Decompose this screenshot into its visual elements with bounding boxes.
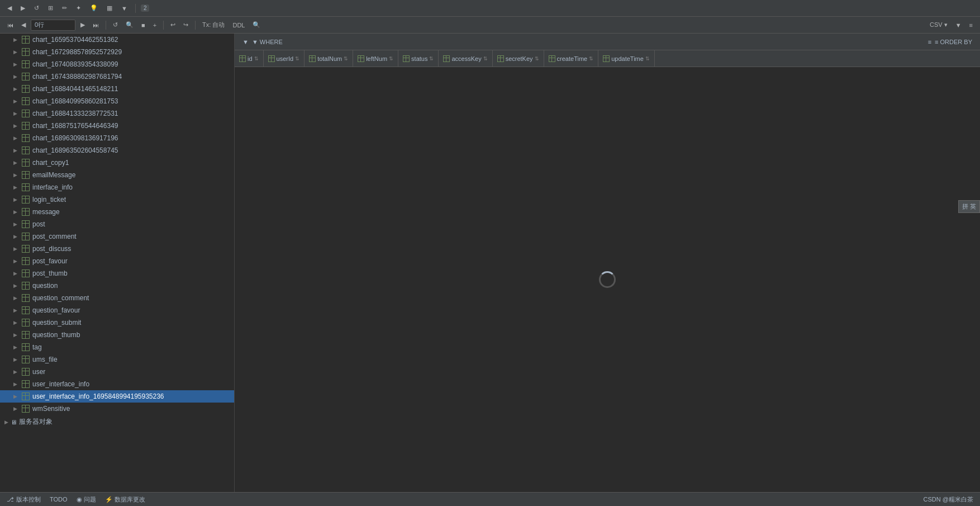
- sidebar-item-question-comment[interactable]: ▶ question_comment: [0, 292, 234, 304]
- chevron-icon: ▶: [13, 160, 19, 165]
- col-updatetime[interactable]: updateTime ⇅: [598, 50, 655, 67]
- sidebar-server-section[interactable]: ▶ 🖥 服务器对象: [0, 415, 234, 429]
- nav-first-btn[interactable]: ⏮: [4, 21, 16, 30]
- col-totalnum-label: totalNum: [317, 55, 342, 62]
- sidebar-item-chart-165953704462551362[interactable]: ▶ chart_165953704462551362: [0, 34, 234, 46]
- undo-btn[interactable]: ↩: [168, 20, 178, 30]
- sidebar-item-chart-copy1[interactable]: ▶ chart_copy1: [0, 157, 234, 169]
- toolbar-back-btn[interactable]: ◀: [4, 3, 15, 13]
- col-secretkey[interactable]: secretKey ⇅: [493, 50, 544, 67]
- sidebar-item-chart-1674388862987681794[interactable]: ▶ chart_1674388862987681794: [0, 70, 234, 83]
- sidebar-item-chart-168963098136917196[interactable]: ▶ chart_168963098136917196: [0, 132, 234, 144]
- ddl-label: DDL: [232, 22, 245, 29]
- sidebar-item-chart-167408839354338099[interactable]: ▶ chart_167408839354338099: [0, 58, 234, 70]
- sidebar-item-emailmessage[interactable]: ▶ emailMessage: [0, 169, 234, 181]
- search-query-btn[interactable]: 🔍: [250, 20, 263, 30]
- filter-dropdown-btn[interactable]: ▼: [953, 21, 964, 30]
- nav-next-btn[interactable]: ▶: [78, 20, 88, 30]
- issues-label: ◉ 问题: [77, 495, 96, 504]
- sidebar-item-post-favour[interactable]: ▶ post_favour: [0, 255, 234, 267]
- db-changes-btn[interactable]: ⚡ 数据库更改: [105, 495, 145, 504]
- sidebar-item-question[interactable]: ▶ question: [0, 280, 234, 292]
- ddl-btn[interactable]: DDL: [230, 21, 248, 30]
- col-createtime[interactable]: createTime ⇅: [544, 50, 599, 67]
- toolbar-bulb-btn[interactable]: 💡: [87, 3, 101, 13]
- tx-auto-btn[interactable]: Tx: 自动: [199, 20, 227, 30]
- stop-btn[interactable]: ■: [139, 21, 148, 30]
- chevron-icon: ▶: [13, 258, 19, 264]
- sidebar-item-post[interactable]: ▶ post: [0, 218, 234, 230]
- sidebar-item-label: post_favour: [32, 257, 68, 265]
- extra-options-btn[interactable]: ≡: [967, 21, 976, 30]
- row-count-input[interactable]: [31, 20, 75, 31]
- col-createtime-label: createTime: [557, 55, 588, 62]
- chevron-icon: ▶: [13, 148, 19, 153]
- sidebar-item-post-comment[interactable]: ▶ post_comment: [0, 230, 234, 243]
- table-icon: [22, 171, 30, 179]
- toolbar-refresh-btn[interactable]: ↺: [31, 3, 42, 13]
- csv-export-btn[interactable]: CSV ▾: [927, 20, 950, 30]
- toolbar-star-btn[interactable]: ✦: [73, 3, 84, 13]
- sidebar-item-tag[interactable]: ▶ tag: [0, 341, 234, 353]
- chevron-icon-active: ▶: [13, 394, 19, 399]
- sidebar-item-user-interface-info[interactable]: ▶ user_interface_info: [0, 378, 234, 390]
- watermark-label: CSDN @糯米白茶: [924, 496, 973, 503]
- col-leftnum[interactable]: leftNum ⇅: [353, 50, 398, 67]
- version-control-btn[interactable]: ⎇ 版本控制: [7, 495, 41, 504]
- sidebar-item-question-thumb[interactable]: ▶ question_thumb: [0, 329, 234, 341]
- chevron-icon: ▶: [13, 86, 19, 92]
- zoom-btn[interactable]: 🔍: [123, 20, 136, 30]
- nav-last-btn[interactable]: ⏭: [90, 21, 102, 30]
- table-icon: [22, 368, 30, 376]
- sidebar-item-message[interactable]: ▶ message: [0, 206, 234, 218]
- nav-prev-btn[interactable]: ◀: [18, 20, 28, 30]
- table-icon: [22, 183, 30, 191]
- toolbar-edit-btn[interactable]: ✏: [59, 3, 70, 13]
- col-userid-sort: ⇅: [295, 56, 299, 62]
- sidebar-item-question-favour[interactable]: ▶ question_favour: [0, 304, 234, 316]
- sidebar-item-chart-168963502604558745[interactable]: ▶ chart_168963502604558745: [0, 144, 234, 157]
- sidebar: ▶ chart_165953704462551362 ▶ chart_16729…: [0, 34, 235, 492]
- add-row-btn[interactable]: +: [150, 21, 159, 30]
- todo-btn[interactable]: TODO: [50, 496, 68, 503]
- sidebar-item-wmsensitive[interactable]: ▶ wmSensitive: [0, 403, 234, 415]
- toolbar-filter-btn[interactable]: ▼: [118, 4, 130, 13]
- toolbar-copy-btn[interactable]: ⊞: [45, 3, 56, 13]
- sidebar-item-login-ticket[interactable]: ▶ login_ticket: [0, 193, 234, 206]
- refresh-query-btn[interactable]: ↺: [110, 20, 121, 30]
- redo-btn[interactable]: ↪: [180, 20, 191, 30]
- sidebar-item-post-thumb[interactable]: ▶ post_thumb: [0, 267, 234, 280]
- col-id[interactable]: id ⇅: [235, 50, 264, 67]
- toolbar-grid-btn[interactable]: ▦: [104, 3, 115, 13]
- sidebar-item-label: question_thumb: [32, 331, 80, 339]
- ime-icon: 拼: [962, 202, 968, 211]
- sidebar-item-chart-168875176544646349[interactable]: ▶ chart_168875176544646349: [0, 120, 234, 132]
- chevron-icon: ▶: [13, 357, 19, 362]
- col-status[interactable]: status ⇅: [398, 50, 439, 67]
- sidebar-item-interface-info[interactable]: ▶ interface_info: [0, 181, 234, 193]
- sidebar-item-chart-1672988578952572929[interactable]: ▶ chart_1672988578952572929: [0, 46, 234, 58]
- issues-btn[interactable]: ◉ 问题: [77, 495, 96, 504]
- ime-indicator[interactable]: 拼 英: [958, 200, 980, 213]
- col-userid[interactable]: userId ⇅: [264, 50, 305, 67]
- table-icon: [22, 257, 30, 265]
- sidebar-item-user-interface-info-1695848994195935236[interactable]: ▶ user_interface_info_169584899419593523…: [0, 390, 234, 403]
- col-accesskey-icon: [443, 55, 450, 62]
- col-accesskey[interactable]: accessKey ⇅: [439, 50, 492, 67]
- sidebar-item-chart-168840441465148211[interactable]: ▶ chart_168840441465148211: [0, 83, 234, 95]
- table-columns: id ⇅ userId ⇅ totalNum ⇅ leftNum ⇅ statu…: [235, 50, 980, 67]
- col-totalnum[interactable]: totalNum ⇅: [305, 50, 353, 67]
- toolbar-forward-btn[interactable]: ▶: [18, 3, 28, 13]
- sidebar-item-user[interactable]: ▶ user: [0, 366, 234, 378]
- where-filter-btn[interactable]: ▼ ▼ WHERE: [239, 37, 286, 46]
- sidebar-item-label: chart_1674388862987681794: [32, 73, 122, 81]
- order-by-btn[interactable]: ≡ ≡ ORDER BY: [925, 37, 976, 46]
- sidebar-item-question-submit[interactable]: ▶ question_submit: [0, 316, 234, 329]
- sidebar-item-chart-168841333238772531[interactable]: ▶ chart_168841333238772531: [0, 107, 234, 120]
- table-icon: [22, 269, 30, 277]
- sidebar-item-post-discuss[interactable]: ▶ post_discuss: [0, 243, 234, 255]
- badge-count: 2: [141, 4, 150, 12]
- sidebar-item-ums-file[interactable]: ▶ ums_file: [0, 353, 234, 366]
- table-icon: [22, 294, 30, 302]
- sidebar-item-chart-168840995860281753[interactable]: ▶ chart_168840995860281753: [0, 95, 234, 107]
